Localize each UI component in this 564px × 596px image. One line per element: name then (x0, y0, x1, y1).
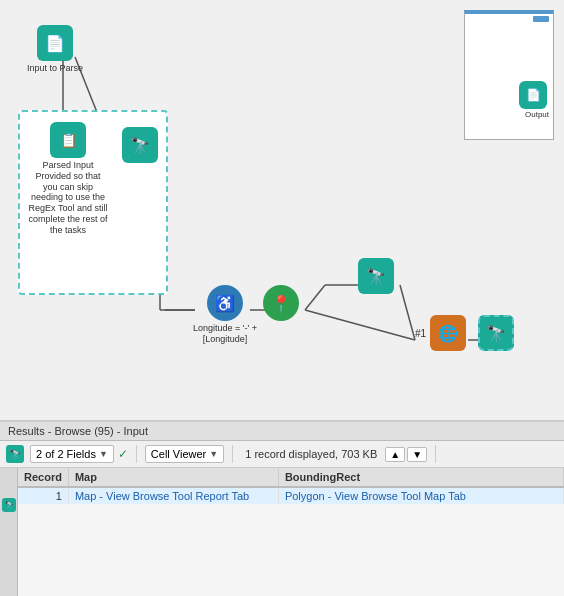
input-to-parse-node[interactable]: 📄 Input to Parse (27, 25, 83, 74)
parsed-input-node[interactable]: 📋 Parsed Input Provided so that you can … (28, 122, 108, 236)
separator-2 (232, 445, 233, 463)
fields-dropdown-button[interactable]: 2 of 2 Fields ▼ (30, 445, 114, 463)
cell-viewer-arrow: ▼ (209, 449, 218, 459)
bottom-panel: Results - Browse (95) - Input 🔭 2 of 2 F… (0, 420, 564, 596)
input-to-parse-icon: 📄 (37, 25, 73, 61)
fields-label: 2 of 2 Fields (36, 448, 96, 460)
final-binoculars-node[interactable]: 🔭 (478, 315, 514, 351)
svg-line-5 (400, 285, 415, 340)
cell-bounding-rect[interactable]: Polygon - View Browse Tool Map Tab (278, 487, 563, 504)
col-bounding-rect: BoundingRect (278, 468, 563, 487)
globe-node[interactable]: 🌐 (430, 315, 466, 351)
check-icon: ✓ (118, 447, 128, 461)
group-binoculars-icon: 🔭 (122, 127, 158, 163)
table-container: Record Map BoundingRect 1 Map - View Bro… (18, 468, 564, 596)
nav-down-button[interactable]: ▼ (407, 447, 427, 462)
parsed-input-label: Parsed Input Provided so that you can sk… (28, 160, 108, 236)
pin-node[interactable]: 📍 (263, 285, 299, 321)
results-title: Results - Browse (95) - Input (8, 425, 148, 437)
globe-icon: 🌐 (430, 315, 466, 351)
parsed-input-group: 📋 Parsed Input Provided so that you can … (18, 110, 168, 295)
table-header-row: Record Map BoundingRect (18, 468, 564, 487)
longitude-icon: ♿ (207, 285, 243, 321)
separator-3 (435, 445, 436, 463)
cell-viewer-button[interactable]: Cell Viewer ▼ (145, 445, 224, 463)
longitude-node[interactable]: ♿ Longitude = '-' + [Longitude] (185, 285, 265, 345)
svg-line-3 (305, 285, 325, 310)
col-map: Map (68, 468, 278, 487)
pin-icon: 📍 (263, 285, 299, 321)
col-record: Record (18, 468, 68, 487)
hash1-label: #1 (415, 328, 426, 339)
panel-body: 🔭 Record Map BoundingRect (0, 468, 564, 596)
fields-dropdown-arrow: ▼ (99, 449, 108, 459)
output-icon: 📄 (519, 81, 547, 109)
output-label: Output (525, 110, 549, 119)
binoculars-mid-icon: 🔭 (358, 258, 394, 294)
left-side-bar: 🔭 (0, 468, 18, 596)
table-row: 1 Map - View Browse Tool Report Tab Poly… (18, 487, 564, 504)
svg-line-6 (305, 310, 415, 340)
toolbar-row: 🔭 2 of 2 Fields ▼ ✓ Cell Viewer ▼ 1 reco… (0, 441, 564, 468)
bottom-panel-header: Results - Browse (95) - Input (0, 422, 564, 441)
final-binoculars-icon: 🔭 (478, 315, 514, 351)
nav-up-button[interactable]: ▲ (385, 447, 405, 462)
data-table: Record Map BoundingRect 1 Map - View Bro… (18, 468, 564, 504)
parsed-input-icon: 📋 (50, 122, 86, 158)
group-binoculars-node[interactable]: 🔭 (122, 127, 158, 163)
browse-icon: 🔭 (6, 445, 24, 463)
input-to-parse-label: Input to Parse (27, 63, 83, 74)
canvas-area: 📋 Parsed Input Provided so that you can … (0, 0, 564, 420)
separator-1 (136, 445, 137, 463)
binoculars-node-mid[interactable]: 🔭 (358, 258, 394, 294)
record-info: 1 record displayed, 703 KB (245, 448, 377, 460)
side-browse-icon: 🔭 (2, 498, 16, 512)
output-window: 📄 Output (464, 10, 554, 140)
cell-viewer-label: Cell Viewer (151, 448, 206, 460)
longitude-label: Longitude = '-' + [Longitude] (185, 323, 265, 345)
cell-record: 1 (18, 487, 68, 504)
cell-map[interactable]: Map - View Browse Tool Report Tab (68, 487, 278, 504)
output-window-bar (533, 16, 549, 22)
nav-arrows: ▲ ▼ (385, 447, 427, 462)
